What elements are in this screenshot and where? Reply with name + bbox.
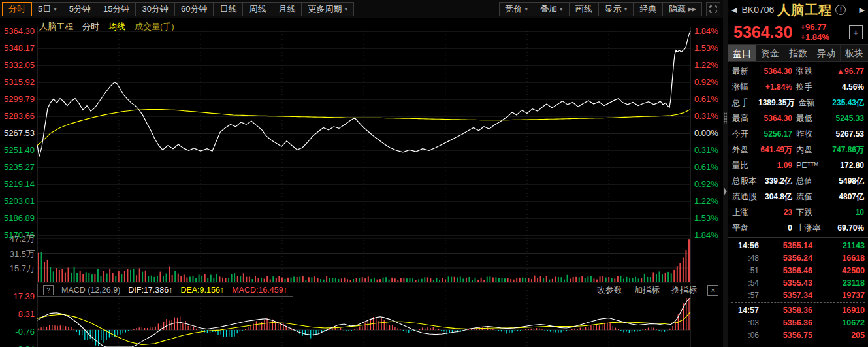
percent-axis-label: 1.53% — [694, 43, 718, 53]
quote-header: ◀ BK0706 人脑工程 ! ▶ — [728, 0, 868, 20]
period-button-daily[interactable]: 日线 — [213, 2, 243, 16]
period-button-15min[interactable]: 15分钟 — [97, 2, 136, 16]
tick-row: 14:565355.1421143 — [731, 239, 865, 252]
prev-stock-arrow[interactable]: ◀ — [731, 6, 737, 14]
tab-pankou[interactable]: 盘口 — [728, 45, 756, 61]
legend-index-name: 人脑工程 — [39, 21, 73, 33]
help-icon[interactable]: ? — [43, 285, 54, 295]
stat-row: 今开5256.17昨收5267.53 — [732, 126, 864, 142]
period-button-more-periods[interactable]: 更多周期▾ — [301, 2, 354, 16]
tick-time: :03 — [731, 318, 759, 327]
tool-button-drawline[interactable]: 画线 — [569, 2, 599, 16]
tick-time: :57 — [731, 291, 759, 300]
price-axis-label: 5315.92 — [4, 77, 35, 87]
stat-label: 金额 — [798, 97, 828, 108]
tick-row: :065356.75205 — [731, 329, 865, 341]
stat-label: 上涨率 — [796, 223, 826, 234]
stat-value: 1.09 — [758, 161, 796, 170]
stat-value: 5245.33 — [826, 114, 864, 123]
period-button-30min[interactable]: 30分钟 — [135, 2, 174, 16]
tick-row: :575357.3419737 — [731, 289, 865, 301]
tick-price: 5358.36 — [759, 306, 819, 315]
add-indicator-button[interactable]: 加指标 — [634, 284, 660, 296]
tick-time: :51 — [731, 266, 759, 275]
tick-price: 5356.24 — [759, 254, 819, 263]
close-icon[interactable]: × — [707, 285, 718, 296]
period-button-5min[interactable]: 5分钟 — [63, 2, 97, 16]
tab-unusual[interactable]: 异动 — [812, 45, 841, 61]
period-label: 15分钟 — [103, 3, 129, 16]
stat-row: 总手1389.35万金额235.43亿 — [732, 95, 864, 110]
stat-label: 流通股 — [732, 191, 758, 203]
legend-avgline-label[interactable]: 均线 — [108, 21, 125, 33]
stat-row: 总股本339.2亿总值5498亿 — [732, 173, 864, 189]
stat-value: 4807亿 — [826, 191, 864, 203]
tool-button-hide[interactable]: 隐藏▶▶ — [662, 2, 702, 16]
tick-row: 15:005357.67107040 — [731, 344, 865, 347]
stat-label: 今开 — [732, 129, 758, 140]
period-button-weekly[interactable]: 周线 — [242, 2, 272, 16]
add-to-watchlist-button[interactable]: + — [849, 25, 863, 39]
collapse-arrow-icon — [724, 187, 727, 196]
macd-dea-value: DEA:9.156↑ — [180, 286, 224, 295]
tick-volume: 205 — [819, 331, 865, 340]
period-button-monthly[interactable]: 月线 — [272, 2, 302, 16]
tool-button-overlay[interactable]: 叠加▾ — [534, 2, 570, 16]
chevron-down-icon: ▾ — [560, 3, 563, 16]
change-params-button[interactable]: 改参数 — [597, 284, 622, 296]
next-stock-arrow[interactable]: ▶ — [860, 6, 865, 14]
stat-value: 5364.30 — [758, 114, 796, 123]
stat-label: 最高 — [732, 113, 758, 124]
stat-value: ▲96.77 — [826, 67, 864, 76]
macd-axis-label: -9.84 — [15, 344, 35, 347]
stat-label: 总值 — [796, 176, 826, 187]
tab-funds[interactable]: 资金 — [756, 45, 784, 61]
period-label: 分时 — [8, 3, 25, 16]
percent-axis-label: 0.92% — [694, 77, 718, 87]
period-button-60min[interactable]: 60分钟 — [174, 2, 214, 16]
change-percent: +1.84% — [800, 32, 829, 42]
info-icon[interactable]: ! — [835, 5, 846, 15]
tool-label: 隐藏 — [669, 3, 686, 16]
percent-axis-label: 1.84% — [694, 26, 718, 36]
swap-indicator-button[interactable]: 换指标 — [671, 284, 697, 296]
stat-row: 涨幅+1.84%换手4.56% — [732, 79, 864, 95]
legend-volume-label[interactable]: 成交量(手) — [135, 21, 174, 33]
tick-volume: 16618 — [819, 254, 865, 263]
intraday-chart[interactable]: 5364.305348.175332.055315.925299.795283.… — [0, 18, 723, 347]
last-price: 5364.30 — [733, 23, 792, 42]
stat-value: 5256.17 — [758, 129, 796, 139]
quote-stats: 最新5364.30涨跌▲96.77涨幅+1.84%换手4.56%总手1389.3… — [728, 62, 868, 236]
volume-axis-label: 31.5万 — [10, 249, 35, 259]
tick-time: :54 — [731, 278, 759, 288]
price-change: +96.77 +1.84% — [800, 22, 829, 42]
tick-volume: 42500 — [819, 266, 865, 275]
stat-label: 内盘 — [796, 144, 826, 156]
stat-value: +1.84% — [758, 82, 796, 91]
volume-axis-label: 15.7万 — [10, 263, 35, 273]
panel-splitter[interactable] — [723, 0, 728, 347]
stat-value: 10 — [826, 208, 864, 217]
period-button-5day[interactable]: 5日▾ — [31, 2, 63, 16]
tab-index[interactable]: 指数 — [784, 45, 812, 61]
period-button-group: 分时5日▾5分钟15分钟30分钟60分钟日线周线月线更多周期▾ — [3, 2, 354, 16]
splitter-grip-icon — [724, 112, 727, 124]
tool-button-display[interactable]: 显示▾ — [598, 2, 634, 16]
stat-label: 下跌 — [796, 207, 826, 218]
tool-button-auction[interactable]: 竞价▾ — [499, 2, 535, 16]
stat-label: 涨跌 — [796, 66, 826, 77]
macd-indicator-group: ? MACD (12,26,9) DIF:17.386↑ DEA:9.156↑ … — [37, 284, 293, 297]
stock-code: BK0706 — [741, 5, 774, 15]
tab-sectors[interactable]: 板块 — [841, 45, 868, 61]
percent-axis-label: 1.22% — [694, 60, 718, 70]
fullscreen-button[interactable] — [706, 2, 720, 16]
macd-axis-label: 17.39 — [13, 291, 35, 301]
price-axis-label: 5203.01 — [4, 196, 35, 206]
tick-volume: 19737 — [819, 291, 865, 300]
tick-list[interactable]: 14:565355.1421143:485356.2416618:515356.… — [728, 237, 868, 347]
tool-label: 画线 — [575, 3, 592, 16]
stat-value: 304.8亿 — [758, 191, 796, 203]
period-button-minute[interactable]: 分时 — [2, 2, 32, 16]
tool-button-classic[interactable]: 经典 — [633, 2, 663, 16]
stat-value: 1389.35万 — [758, 97, 798, 108]
